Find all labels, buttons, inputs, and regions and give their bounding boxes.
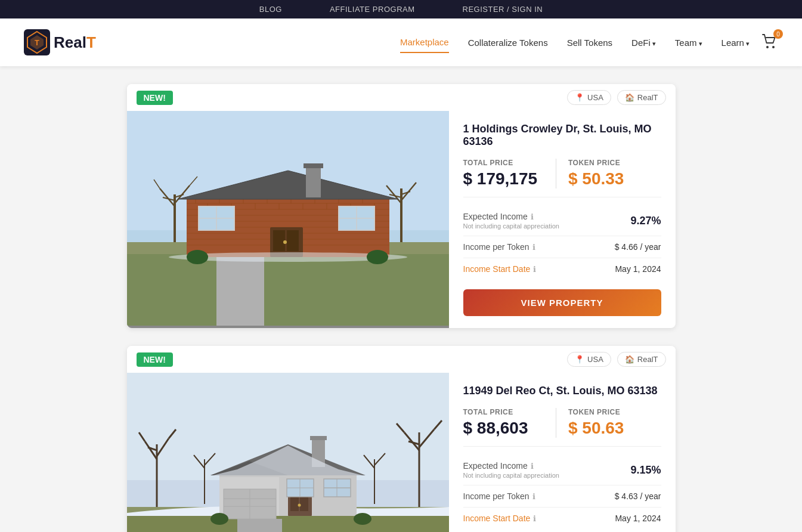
total-price-value-1: $ 179,175 [463,169,556,188]
expected-income-row-2: Expected Income ℹ Not including capital … [463,455,661,485]
card-info-2: 11949 Del Reo Ct, St. Louis, MO 63138 TO… [449,373,676,532]
affiliate-link[interactable]: AFFILIATE PROGRAM [330,5,415,14]
total-price-label-2: TOTAL PRICE [463,408,556,416]
platform-tag-1: 🏠 RealT [617,90,666,105]
card-top-bar-2: NEW! 📍 USA 🏠 RealT [127,346,676,373]
price-row-2: TOTAL PRICE $ 88,603 TOKEN PRICE $ 50.63 [463,408,661,447]
platform-icon-2: 🏠 [625,355,634,364]
svg-point-4 [766,46,769,48]
property-card-2: NEW! 📍 USA 🏠 RealT [127,346,676,532]
property-image-2 [127,373,449,532]
svg-point-109 [210,513,228,525]
location-icon-1: 📍 [575,93,584,102]
svg-rect-51 [304,163,323,168]
cart-count: 0 [773,29,783,39]
svg-point-5 [772,46,775,48]
token-price-label-1: TOKEN PRICE [568,159,661,167]
token-price-value-1: $ 50.33 [568,169,661,188]
country-tag-2: 📍 USA [567,352,611,367]
expected-income-label-2: Expected Income ℹ [463,461,559,471]
token-price-col-2: TOKEN PRICE $ 50.63 [556,408,661,438]
income-start-row-1: Income Start Date ℹ May 1, 2024 [463,258,661,280]
new-badge-2: NEW! [137,352,173,367]
income-per-token-value-1: $ 4.66 / year [615,242,661,252]
country-label-1: USA [587,93,603,102]
svg-point-55 [283,240,287,244]
token-price-col-1: TOKEN PRICE $ 50.33 [556,159,661,188]
location-icon-2: 📍 [575,355,584,364]
expected-income-label-1: Expected Income ℹ [463,212,559,221]
svg-point-64 [187,250,208,264]
info-icon-1: ℹ [531,212,534,221]
income-per-token-label-1: Income per Token ℹ [463,242,535,252]
svg-point-65 [367,250,388,264]
nav-marketplace[interactable]: Marketplace [400,32,449,53]
total-price-value-2: $ 88,603 [463,419,556,438]
svg-rect-53 [273,230,285,251]
card-tags-2: 📍 USA 🏠 RealT [567,352,665,367]
total-price-col-2: TOTAL PRICE $ 88,603 [463,408,556,438]
main-content: NEW! 📍 USA 🏠 RealT [115,84,688,532]
logo-icon: T [24,29,50,55]
income-per-token-row-1: Income per Token ℹ $ 4.66 / year [463,236,661,258]
price-row-1: TOTAL PRICE $ 179,175 TOKEN PRICE $ 50.3… [463,159,661,197]
nav-collateralize[interactable]: Collateralize Tokens [468,33,548,52]
card-top-bar-1: NEW! 📍 USA 🏠 RealT [127,84,676,111]
expected-income-note-2: Not including capital appreciation [463,472,559,479]
income-start-label-2: Income Start Date ℹ [463,514,537,523]
svg-text:T: T [35,38,39,47]
token-price-value-2: $ 50.63 [568,419,661,438]
svg-rect-54 [287,230,299,251]
nav-defi[interactable]: DeFi [631,33,656,52]
nav-learn[interactable]: Learn [722,33,750,52]
platform-label-1: RealT [637,93,658,102]
svg-point-110 [354,513,371,525]
cart-button[interactable]: 0 [761,33,778,52]
income-start-label-1: Income Start Date ℹ [463,264,537,274]
total-price-col-1: TOTAL PRICE $ 179,175 [463,159,556,188]
expected-income-pct-1: 9.27% [630,215,661,227]
logo-text: RealT [54,33,96,52]
info-icon-ipt-2: ℹ [532,492,535,501]
new-badge-1: NEW! [137,91,173,105]
income-per-token-value-2: $ 4.63 / year [615,491,661,501]
blog-link[interactable]: BLOG [259,5,282,14]
platform-label-2: RealT [637,355,658,364]
svg-point-101 [298,504,301,507]
svg-rect-62 [216,257,264,326]
svg-rect-93 [310,436,327,440]
income-start-row-2: Income Start Date ℹ May 1, 2024 [463,508,661,529]
top-bar: BLOG AFFILIATE PROGRAM REGISTER / SIGN I… [0,0,802,18]
main-nav: T RealT Marketplace Collateralize Tokens… [0,18,802,66]
logo[interactable]: T RealT [24,29,96,55]
nav-links: Marketplace Collateralize Tokens Sell To… [400,32,750,53]
svg-rect-21 [127,254,449,326]
income-start-value-2: May 1, 2024 [615,514,661,523]
income-per-token-row-2: Income per Token ℹ $ 4.63 / year [463,485,661,508]
card-tags-1: 📍 USA 🏠 RealT [567,90,665,105]
total-price-label-1: TOTAL PRICE [463,159,556,167]
view-property-btn-1[interactable]: VIEW PROPERTY [463,289,661,316]
property-image-1 [127,111,449,328]
card-body-1: 1 Holdings Crowley Dr, St. Louis, MO 631… [127,111,676,328]
income-per-token-label-2: Income per Token ℹ [463,491,535,501]
nav-sell[interactable]: Sell Tokens [567,33,612,52]
info-icon-is-2: ℹ [533,514,536,523]
expected-income-pct-2: 9.15% [630,464,661,477]
country-label-2: USA [587,355,603,364]
info-icon-is-1: ℹ [533,265,536,274]
country-tag-1: 📍 USA [567,90,611,105]
expected-income-note-1: Not including capital appreciation [463,222,559,230]
svg-rect-108 [237,519,282,532]
expected-income-row-1: Expected Income ℹ Not including capital … [463,206,661,236]
income-start-value-1: May 1, 2024 [615,264,661,274]
card-body-2: 11949 Del Reo Ct, St. Louis, MO 63138 TO… [127,373,676,532]
svg-rect-50 [306,165,321,197]
register-link[interactable]: REGISTER / SIGN IN [463,5,543,14]
nav-team[interactable]: Team [675,33,702,52]
platform-icon-1: 🏠 [625,93,634,102]
property-address-2: 11949 Del Reo Ct, St. Louis, MO 63138 [463,385,661,397]
platform-tag-2: 🏠 RealT [617,352,666,367]
info-icon-2: ℹ [531,462,534,471]
info-icon-ipt-1: ℹ [532,243,535,252]
